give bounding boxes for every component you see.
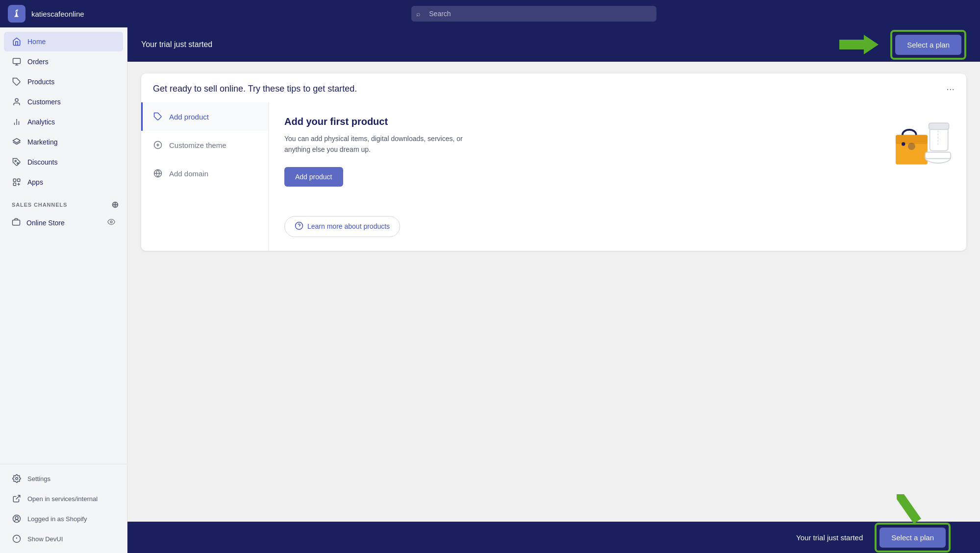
svg-rect-14 — [13, 183, 16, 186]
brand-logo — [8, 5, 25, 23]
sidebar-item-label: Orders — [27, 58, 49, 66]
top-nav: katiescafeonline ⌕ — [0, 0, 980, 27]
tip-item-customize-theme[interactable]: Customize theme — [141, 131, 268, 159]
sidebar-item-settings[interactable]: Settings — [4, 469, 123, 488]
tip-item-label: Customize theme — [169, 141, 226, 149]
svg-point-19 — [16, 478, 18, 480]
search-input[interactable] — [411, 6, 656, 22]
tips-card-menu-icon[interactable]: ··· — [946, 83, 955, 95]
tip-item-label: Add product — [169, 113, 209, 121]
top-trial-banner: Your trial just started Select a plan — [127, 27, 980, 62]
svg-rect-12 — [13, 179, 16, 181]
online-store-label: Online Store — [26, 219, 65, 227]
sidebar-item-label: Logged in as Shopify — [27, 515, 87, 523]
sidebar-item-label: Marketing — [27, 138, 57, 146]
plan-btn-wrapper: Select a plan — [839, 30, 966, 60]
sidebar-navigation: Home Orders — [0, 27, 127, 464]
sidebar-bottom: Settings Open in services/internal — [0, 464, 127, 553]
marketing-icon — [12, 137, 22, 147]
store-name: katiescafeonline — [31, 10, 84, 18]
sidebar-item-label: Products — [27, 78, 54, 86]
sidebar-item-home[interactable]: Home — [4, 32, 123, 51]
products-icon — [12, 77, 22, 87]
sidebar-item-online-store[interactable]: Online Store — [4, 213, 123, 233]
add-product-icon — [152, 111, 163, 122]
tips-main-title: Add your first product — [284, 116, 951, 127]
tips-card-header: Get ready to sell online. Try these tips… — [141, 73, 966, 102]
external-link-icon — [12, 494, 22, 504]
tips-sidebar: Add product Customize the — [141, 102, 269, 251]
tip-item-label: Add domain — [169, 169, 208, 178]
product-illustration — [889, 112, 953, 171]
tips-card-title: Get ready to sell online. Try these tips… — [153, 84, 357, 94]
discounts-icon — [12, 157, 22, 167]
eye-icon[interactable] — [107, 218, 115, 228]
sidebar-item-label: Customers — [27, 98, 61, 106]
sales-channels-section: SALES CHANNELS ⊕ — [0, 192, 127, 212]
sidebar-item-products[interactable]: Products — [4, 72, 123, 92]
green-arrow-bottom — [892, 494, 926, 524]
sidebar-item-discounts[interactable]: Discounts — [4, 152, 123, 172]
settings-icon — [12, 474, 22, 483]
learn-more-label: Learn more about products — [307, 222, 390, 230]
content-area: Your trial just started Select a plan Ge… — [127, 27, 980, 553]
search-bar: ⌕ — [411, 6, 656, 22]
sidebar-item-analytics[interactable]: Analytics — [4, 112, 123, 132]
search-icon: ⌕ — [416, 10, 420, 18]
apps-icon — [12, 177, 22, 187]
sidebar-item-open-internal[interactable]: Open in services/internal — [4, 489, 123, 508]
sidebar-item-label: Show DevUI — [27, 535, 63, 543]
customers-icon — [12, 97, 22, 107]
svg-point-4 — [15, 98, 18, 101]
tips-card-body: Add product Customize the — [141, 102, 966, 251]
sidebar-item-label: Apps — [27, 178, 43, 186]
svg-point-18 — [110, 221, 112, 223]
sidebar-item-customers[interactable]: Customers — [4, 92, 123, 112]
bottom-trial-text: Your trial just started — [796, 533, 863, 542]
sidebar-item-orders[interactable]: Orders — [4, 52, 123, 72]
sidebar-item-label: Analytics — [27, 118, 55, 126]
analytics-icon — [12, 117, 22, 127]
svg-rect-39 — [925, 152, 951, 159]
tips-card: Get ready to sell online. Try these tips… — [141, 73, 966, 251]
sidebar-item-apps[interactable]: Apps — [4, 172, 123, 192]
sidebar-item-label: Settings — [27, 475, 50, 482]
learn-more-section: Learn more about products — [284, 216, 951, 237]
customize-theme-icon — [152, 140, 163, 150]
svg-marker-43 — [897, 494, 921, 524]
sidebar-item-label: Home — [27, 38, 46, 46]
svg-rect-0 — [13, 58, 21, 64]
tip-item-add-domain[interactable]: Add domain — [141, 159, 268, 188]
store-icon — [12, 217, 21, 228]
tips-action-button[interactable]: Add product — [284, 167, 343, 187]
tips-main-description: You can add physical items, digital down… — [284, 133, 471, 155]
sales-channels-label: SALES CHANNELS — [12, 202, 67, 208]
svg-point-35 — [908, 143, 915, 150]
svg-point-34 — [902, 142, 905, 145]
svg-line-20 — [16, 495, 20, 499]
sidebar-item-devui[interactable]: Show DevUI — [4, 529, 123, 549]
tip-item-add-product[interactable]: Add product — [141, 102, 268, 131]
main-layout: Home Orders — [0, 27, 980, 553]
learn-more-button[interactable]: Learn more about products — [284, 216, 400, 237]
select-plan-button-bottom[interactable]: Select a plan — [879, 528, 946, 548]
home-icon — [12, 37, 22, 47]
sidebar: Home Orders — [0, 27, 127, 553]
select-plan-button-top[interactable]: Select a plan — [895, 35, 961, 55]
sidebar-item-logged-in[interactable]: Logged in as Shopify — [4, 509, 123, 529]
svg-rect-13 — [18, 179, 20, 181]
trial-banner-text: Your trial just started — [141, 40, 212, 49]
svg-rect-17 — [13, 220, 20, 225]
main-content-area: Get ready to sell online. Try these tips… — [127, 62, 980, 522]
tips-main-content: Add your first product You can add physi… — [269, 102, 966, 251]
user-circle-icon — [12, 514, 22, 524]
online-store-left: Online Store — [12, 217, 65, 228]
svg-rect-33 — [896, 135, 928, 144]
svg-marker-25 — [839, 35, 879, 54]
devui-icon — [12, 534, 22, 544]
svg-point-10 — [15, 160, 16, 162]
question-circle-icon — [295, 221, 303, 232]
bottom-plan-highlight-box: Select a plan — [875, 523, 951, 553]
sidebar-item-marketing[interactable]: Marketing — [4, 132, 123, 152]
add-sales-channel-icon[interactable]: ⊕ — [111, 199, 119, 210]
